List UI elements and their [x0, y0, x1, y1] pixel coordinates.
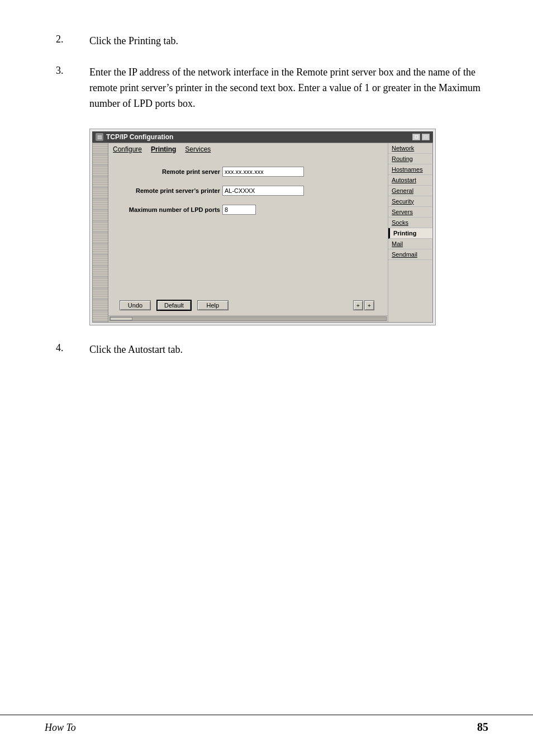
left-tab-13 [93, 277, 108, 289]
dialog-app-icon: ▤ [96, 133, 103, 141]
menu-configure[interactable]: Configure [113, 145, 142, 153]
tab-servers[interactable]: Servers [388, 207, 432, 218]
page: 2. Click the Printing tab. 3. Enter the … [0, 0, 533, 407]
left-tab-11 [93, 255, 108, 266]
left-tab-12 [93, 266, 108, 277]
tab-socks[interactable]: Socks [388, 218, 432, 228]
minimize-button[interactable]: ◻ [412, 134, 420, 140]
form-row-2: Remote print server’s printer [120, 186, 377, 196]
dialog-scrollbar [108, 315, 388, 322]
field-label-1: Remote print server [120, 168, 220, 175]
left-tab-10 [93, 244, 108, 255]
tab-security[interactable]: Security [388, 196, 432, 207]
help-button[interactable]: Help [197, 300, 229, 310]
left-tab-3 [93, 166, 108, 177]
dialog-menu-bar: Configure Printing Services [108, 143, 388, 155]
nav-arrows: + + [353, 300, 377, 310]
dialog-right-tabs: Network Routing Hostnames Autostart Gene… [388, 143, 432, 322]
dialog-screenshot: ▤ TCP/IP Configuration ◻ □ [89, 129, 436, 325]
left-tab-15 [93, 300, 108, 311]
left-tab-6 [93, 199, 108, 210]
footer-page-number: 85 [477, 721, 488, 734]
dialog-buttons-row: Undo Default Help + + [108, 295, 388, 315]
form-row-1: Remote print server [120, 167, 377, 177]
dialog-main: Configure Printing Services Remote print… [108, 143, 388, 322]
tab-autostart[interactable]: Autostart [388, 175, 432, 186]
left-tab-7 [93, 210, 108, 221]
form-row-3: Maximum number of LPD ports [120, 205, 377, 215]
step-3-number: 3. [56, 65, 89, 77]
field-label-3: Maximum number of LPD ports [120, 206, 220, 213]
maximize-button[interactable]: □ [422, 134, 430, 140]
step-3: 3. Enter the IP address of the network i… [56, 65, 488, 112]
dialog-form: Remote print server Remote print server’… [108, 155, 388, 295]
tab-routing[interactable]: Routing [388, 154, 432, 164]
dialog-left-tabs [93, 143, 108, 322]
step-4-number: 4. [56, 342, 89, 354]
nav-next-button[interactable]: + [364, 300, 374, 310]
titlebar-left: ▤ TCP/IP Configuration [96, 133, 173, 141]
step-3-text: Enter the IP address of the network inte… [89, 65, 488, 112]
step-2: 2. Click the Printing tab. [56, 34, 488, 49]
scrollbar-track [110, 316, 387, 321]
dialog-titlebar: ▤ TCP/IP Configuration ◻ □ [92, 131, 433, 143]
tab-general[interactable]: General [388, 186, 432, 196]
left-tab-1 [93, 143, 108, 154]
tab-printing[interactable]: Printing [388, 228, 432, 239]
remote-printer-input[interactable] [222, 186, 304, 196]
nav-prev-button[interactable]: + [353, 300, 363, 310]
left-tab-14 [93, 289, 108, 300]
left-tab-8 [93, 221, 108, 233]
left-tab-5 [93, 188, 108, 199]
titlebar-controls: ◻ □ [412, 134, 430, 140]
step-4-text: Click the Autostart tab. [89, 342, 183, 358]
menu-printing[interactable]: Printing [151, 145, 176, 153]
menu-services[interactable]: Services [185, 145, 211, 153]
field-label-2: Remote print server’s printer [120, 187, 220, 194]
step-2-number: 2. [56, 34, 89, 45]
tab-mail[interactable]: Mail [388, 239, 432, 249]
step-4: 4. Click the Autostart tab. [56, 342, 488, 358]
default-button[interactable]: Default [156, 300, 192, 311]
page-footer: How To 85 [0, 715, 533, 734]
left-tab-4 [93, 177, 108, 188]
footer-label: How To [45, 722, 76, 734]
tab-sendmail[interactable]: Sendmail [388, 249, 432, 260]
tab-network[interactable]: Network [388, 143, 432, 154]
max-lpd-ports-input[interactable] [222, 205, 256, 215]
step-2-text: Click the Printing tab. [89, 34, 178, 49]
left-tab-2 [93, 154, 108, 166]
dialog-body: Configure Printing Services Remote print… [92, 143, 433, 323]
scrollbar-thumb[interactable] [110, 317, 132, 320]
dialog-title: TCP/IP Configuration [106, 133, 173, 141]
remote-print-server-input[interactable] [222, 167, 304, 177]
left-tab-9 [93, 233, 108, 244]
tab-hostnames[interactable]: Hostnames [388, 164, 432, 175]
undo-button[interactable]: Undo [120, 300, 151, 310]
left-tab-16 [93, 311, 108, 322]
